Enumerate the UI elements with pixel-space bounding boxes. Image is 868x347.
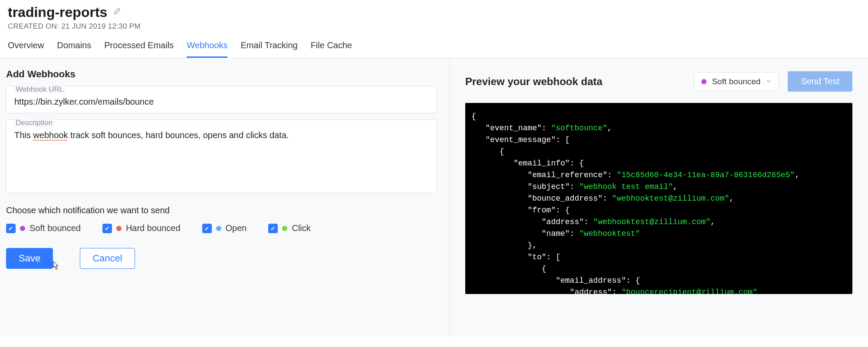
- title-row: trading-reports: [8, 4, 860, 20]
- preview-type-dropdown[interactable]: Soft bounced: [694, 72, 779, 91]
- form-buttons: Save Cancel: [6, 248, 437, 269]
- json-from-name: webhooktest: [584, 229, 635, 238]
- tabs-bar: Overview Domains Processed Emails Webhoo…: [0, 31, 868, 58]
- content-area: Add Webhooks Webhook URL Description Thi…: [0, 58, 868, 336]
- save-button[interactable]: Save: [6, 248, 53, 269]
- option-open[interactable]: ✓ Open: [202, 223, 247, 233]
- cancel-button[interactable]: Cancel: [80, 248, 135, 269]
- preview-controls: Soft bounced Send Test: [694, 71, 852, 92]
- description-input[interactable]: This webhook track soft bounces, hard bo…: [6, 119, 437, 193]
- page-title: trading-reports: [8, 4, 107, 20]
- preview-title: Preview your webhook data: [465, 76, 602, 88]
- tab-file-cache[interactable]: File Cache: [311, 40, 352, 58]
- desc-text-prefix: This: [14, 130, 33, 140]
- add-webhook-panel: Add Webhooks Webhook URL Description Thi…: [0, 58, 450, 336]
- section-title: Add Webhooks: [6, 69, 437, 80]
- choose-notification-label: Choose which notification we want to sen…: [6, 205, 437, 215]
- json-to-addr: bouncerecipient@zillium.com: [626, 288, 753, 294]
- created-on-label: CREATED ON: 21 JUN 2019 12:30 PM: [8, 22, 860, 31]
- option-click-label: Click: [292, 223, 310, 233]
- option-hard-bounced[interactable]: ✓ Hard bounced: [102, 223, 181, 233]
- tab-overview[interactable]: Overview: [8, 40, 44, 58]
- json-subject: webhook test email: [584, 182, 668, 191]
- webhook-url-label: Webhook URL: [14, 85, 65, 94]
- option-soft-label: Soft bounced: [30, 223, 81, 233]
- checkbox-soft[interactable]: ✓: [6, 224, 16, 233]
- checkbox-click[interactable]: ✓: [268, 224, 278, 233]
- send-test-button[interactable]: Send Test: [788, 71, 852, 92]
- dot-purple-icon: [20, 226, 25, 231]
- option-soft-bounced[interactable]: ✓ Soft bounced: [6, 223, 81, 233]
- webhook-url-input[interactable]: [6, 86, 437, 113]
- page-header: trading-reports CREATED ON: 21 JUN 2019 …: [0, 0, 868, 31]
- description-group: Description This webhook track soft boun…: [6, 119, 437, 193]
- tab-email-tracking[interactable]: Email Tracking: [240, 40, 297, 58]
- tab-domains[interactable]: Domains: [57, 40, 91, 58]
- json-from-addr: webhooktest@zillium.com: [598, 218, 706, 226]
- json-bounce-addr: webhooktest@zillium.com: [617, 194, 724, 203]
- webhook-url-group: Webhook URL: [6, 86, 437, 113]
- json-preview: { "event_name": "softbounce", "event_mes…: [465, 103, 852, 294]
- tab-processed-emails[interactable]: Processed Emails: [104, 40, 174, 58]
- json-email-ref: 15c85d60-4e34-11ea-89a7-863166d285e5: [621, 171, 790, 179]
- edit-title-icon[interactable]: [112, 7, 121, 18]
- checkbox-hard[interactable]: ✓: [102, 224, 112, 233]
- preview-panel: Preview your webhook data Soft bounced S…: [450, 58, 868, 336]
- chevron-down-icon: [766, 77, 772, 86]
- preview-header: Preview your webhook data Soft bounced S…: [465, 71, 852, 92]
- dropdown-selected-label: Soft bounced: [712, 77, 760, 86]
- dot-blue-icon: [216, 226, 221, 231]
- checkbox-open[interactable]: ✓: [202, 224, 212, 233]
- tab-webhooks[interactable]: Webhooks: [187, 40, 227, 58]
- json-event-name: softbounce: [556, 124, 602, 132]
- option-click[interactable]: ✓ Click: [268, 223, 310, 233]
- desc-text-misspell: webhook: [33, 130, 68, 140]
- dropdown-dot-icon: [701, 79, 707, 84]
- dot-green-icon: [282, 226, 287, 231]
- description-label: Description: [14, 119, 54, 127]
- desc-text-suffix: track soft bounces, hard bounces, opens …: [68, 130, 289, 140]
- notification-options: ✓ Soft bounced ✓ Hard bounced ✓ Open ✓ C…: [6, 223, 437, 233]
- option-open-label: Open: [226, 223, 247, 233]
- option-hard-label: Hard bounced: [126, 223, 181, 233]
- dot-orange-icon: [116, 226, 122, 231]
